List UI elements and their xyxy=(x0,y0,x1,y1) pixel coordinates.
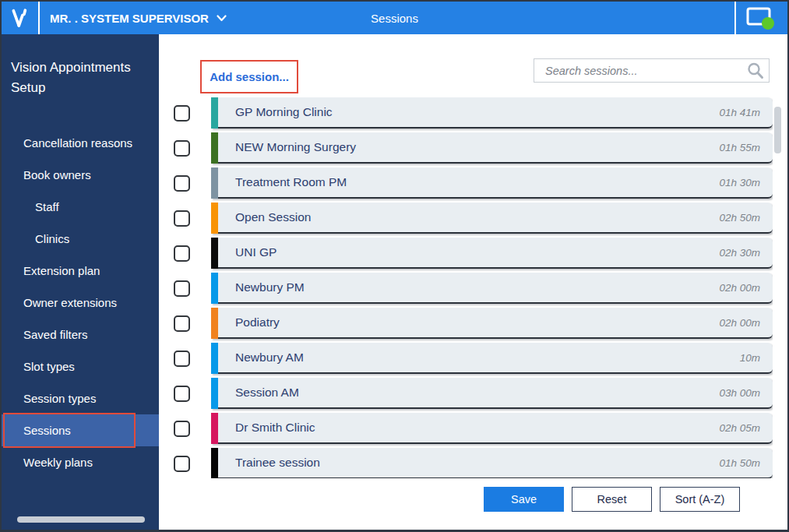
session-color-bar xyxy=(211,413,218,444)
topbar-divider-right xyxy=(734,2,736,34)
session-item[interactable]: Newbury AM 10m xyxy=(211,343,773,374)
app-window: MR. . SYSTEM SUPERVISOR Sessions Vision … xyxy=(0,0,789,532)
sidebar-item[interactable]: Saved filters xyxy=(2,319,159,351)
sidebar-horizontal-scrollbar[interactable] xyxy=(17,516,145,523)
session-duration: 01h 50m xyxy=(719,457,773,469)
session-name: Trainee session xyxy=(211,456,320,470)
topbar: MR. . SYSTEM SUPERVISOR Sessions xyxy=(2,2,787,34)
session-name: Session AM xyxy=(211,386,299,400)
session-item[interactable]: Trainee session 01h 50m xyxy=(211,448,773,478)
session-duration: 02h 00m xyxy=(719,317,773,329)
session-checkbox[interactable] xyxy=(174,245,190,262)
session-checkbox[interactable] xyxy=(174,351,190,367)
add-session-button[interactable]: Add session... xyxy=(210,70,289,83)
session-color-bar xyxy=(211,97,218,129)
session-name: Dr Smith Clinic xyxy=(211,421,315,435)
sidebar-item-label: Staff xyxy=(35,200,59,213)
session-item[interactable]: NEW Morning Surgery 01h 55m xyxy=(211,132,773,164)
footer-actions: Save Reset Sort (A-Z) xyxy=(484,487,740,512)
session-name: UNI GP xyxy=(211,245,277,259)
session-checkbox[interactable] xyxy=(174,140,190,157)
session-checkbox[interactable] xyxy=(174,315,190,332)
topbar-divider-left xyxy=(38,2,40,34)
sidebar-item[interactable]: Weekly plans xyxy=(2,446,159,478)
sort-button[interactable]: Sort (A-Z) xyxy=(660,487,740,512)
session-duration: 01h 30m xyxy=(719,177,773,188)
session-duration: 01h 41m xyxy=(719,107,773,118)
reset-button[interactable]: Reset xyxy=(572,487,652,512)
sidebar-item[interactable]: Sessions xyxy=(2,414,159,446)
status-dot xyxy=(762,17,774,30)
annotation-box-add-session: Add session... xyxy=(200,60,298,93)
vision-logo[interactable] xyxy=(2,2,38,34)
sidebar-item[interactable]: Owner extensions xyxy=(2,287,159,319)
user-menu-label: MR. . SYSTEM SUPERVISOR xyxy=(50,12,209,25)
session-duration: 02h 05m xyxy=(719,422,773,434)
session-item[interactable]: UNI GP 02h 30m xyxy=(211,238,773,269)
session-item[interactable]: Open Session 02h 50m xyxy=(211,203,773,234)
session-name: NEW Morning Surgery xyxy=(211,140,356,154)
session-row: Podiatry 02h 00m xyxy=(174,308,773,339)
session-item[interactable]: Newbury PM 02h 00m xyxy=(211,273,773,304)
session-checkbox[interactable] xyxy=(174,105,190,122)
search-icon[interactable] xyxy=(742,62,769,80)
save-button[interactable]: Save xyxy=(484,487,564,512)
connection-status-button[interactable] xyxy=(741,2,778,34)
monitor-icon xyxy=(744,5,775,30)
session-item[interactable]: Session AM 03h 00m xyxy=(211,378,773,409)
sidebar-item-label: Owner extensions xyxy=(23,296,117,309)
session-row: Dr Smith Clinic 02h 05m xyxy=(174,413,773,444)
session-name: Newbury PM xyxy=(211,280,305,294)
session-checkbox[interactable] xyxy=(174,280,190,297)
sidebar-item-label: Sessions xyxy=(23,424,71,437)
session-name: Treatment Room PM xyxy=(211,175,347,189)
session-color-bar xyxy=(211,167,218,199)
session-item[interactable]: Treatment Room PM 01h 30m xyxy=(211,167,773,199)
session-row: Newbury AM 10m xyxy=(174,343,773,374)
sidebar-nav: Cancellation reasons Book owners Staff C… xyxy=(2,127,159,478)
session-item[interactable]: Podiatry 02h 00m xyxy=(211,308,773,339)
session-item[interactable]: Dr Smith Clinic 02h 05m xyxy=(211,413,773,444)
session-checkbox[interactable] xyxy=(174,456,190,472)
session-name: GP Morning Clinic xyxy=(211,105,333,119)
session-item[interactable]: GP Morning Clinic 01h 41m xyxy=(211,97,773,129)
session-color-bar xyxy=(211,448,218,478)
sidebar-item[interactable]: Slot types xyxy=(2,351,159,382)
session-checkbox[interactable] xyxy=(174,210,190,227)
session-duration: 02h 00m xyxy=(719,282,773,294)
session-row: NEW Morning Surgery 01h 55m xyxy=(174,132,773,164)
user-menu-button[interactable]: MR. . SYSTEM SUPERVISOR xyxy=(50,2,227,34)
session-color-bar xyxy=(211,203,218,234)
session-row: GP Morning Clinic 01h 41m xyxy=(174,97,773,129)
session-color-bar xyxy=(211,238,218,269)
session-row: Session AM 03h 00m xyxy=(174,378,773,409)
sidebar: Vision Appointments Setup Cancellation r… xyxy=(2,34,159,530)
session-duration: 02h 50m xyxy=(719,212,773,224)
session-row: Open Session 02h 50m xyxy=(174,203,773,234)
list-vertical-scrollbar[interactable] xyxy=(774,107,781,153)
session-checkbox[interactable] xyxy=(174,421,190,437)
session-color-bar xyxy=(211,308,218,339)
sidebar-item-label: Cancellation reasons xyxy=(23,136,132,150)
sidebar-item[interactable]: Clinics xyxy=(2,223,159,255)
session-name: Newbury AM xyxy=(211,351,304,365)
sidebar-item[interactable]: Staff xyxy=(2,191,159,223)
search-input[interactable] xyxy=(534,59,742,82)
sidebar-item[interactable]: Cancellation reasons xyxy=(2,127,159,159)
session-checkbox[interactable] xyxy=(174,386,190,402)
session-duration: 03h 00m xyxy=(719,387,773,399)
sidebar-item-label: Clinics xyxy=(35,232,69,245)
sidebar-item[interactable]: Extension plan xyxy=(2,255,159,287)
main-panel: Add session... GP Morning Clinic 01h xyxy=(159,34,787,530)
sidebar-item[interactable]: Book owners xyxy=(2,159,159,191)
vision-logo-icon xyxy=(9,6,32,30)
session-row: Newbury PM 02h 00m xyxy=(174,273,773,304)
session-duration: 10m xyxy=(740,352,773,364)
session-checkbox[interactable] xyxy=(174,175,190,192)
sidebar-item[interactable]: Session types xyxy=(2,382,159,414)
session-duration: 02h 30m xyxy=(719,247,773,259)
search-box xyxy=(534,58,770,83)
session-row: Treatment Room PM 01h 30m xyxy=(174,167,773,199)
session-duration: 01h 55m xyxy=(719,142,773,153)
sidebar-item-label: Extension plan xyxy=(23,264,100,277)
